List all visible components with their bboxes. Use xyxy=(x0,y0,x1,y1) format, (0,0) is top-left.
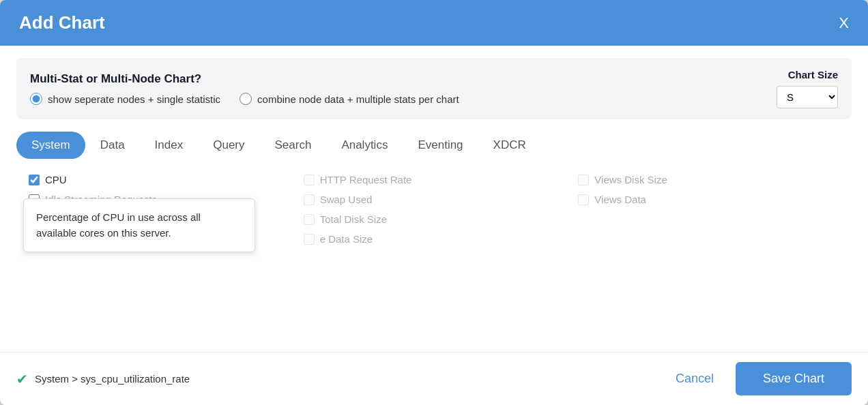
metric-swap-used-label: Swap Used xyxy=(320,194,373,205)
modal-footer: ✔ System > sys_cpu_utilization_rate Canc… xyxy=(0,352,868,405)
chart-size-section: Chart Size S M L XL xyxy=(777,69,838,108)
radio-separate-label: show seperate nodes + single statistic xyxy=(48,93,220,105)
metric-active-data-size[interactable]: e Data Size xyxy=(297,229,572,249)
metrics-col3: Views Disk Size Views Data xyxy=(571,170,846,249)
add-chart-modal: Add Chart X Multi-Stat or Multi-Node Cha… xyxy=(0,0,868,405)
modal-header: Add Chart X xyxy=(0,0,868,46)
metric-total-disk-size-checkbox[interactable] xyxy=(304,214,315,225)
metric-total-disk-size[interactable]: Total Disk Size xyxy=(297,209,572,229)
metric-active-data-size-checkbox[interactable] xyxy=(304,234,315,245)
metric-views-data-label: Views Data xyxy=(594,194,646,205)
metric-views-data-checkbox[interactable] xyxy=(578,194,589,205)
radio-separate[interactable]: show seperate nodes + single statistic xyxy=(30,93,220,105)
metric-views-disk-size-label: Views Disk Size xyxy=(594,174,667,185)
metric-cpu-checkbox[interactable] xyxy=(29,175,40,185)
tab-eventing[interactable]: Eventing xyxy=(403,132,478,159)
tab-data[interactable]: Data xyxy=(85,132,140,159)
metric-cpu-label: CPU xyxy=(45,174,67,185)
chart-size-select[interactable]: S M L XL xyxy=(777,86,838,108)
radio-separate-input[interactable] xyxy=(30,93,42,105)
metric-views-data[interactable]: Views Data xyxy=(571,190,846,209)
radio-combine-label: combine node data + multiple stats per c… xyxy=(257,93,459,105)
tab-query[interactable]: Query xyxy=(198,132,259,159)
metric-http-request-rate-checkbox[interactable] xyxy=(304,175,315,185)
metric-http-request-rate[interactable]: HTTP Request Rate xyxy=(297,170,572,190)
status-text: System > sys_cpu_utilization_rate xyxy=(35,373,190,385)
metric-swap-used-checkbox[interactable] xyxy=(304,194,315,205)
cancel-button[interactable]: Cancel xyxy=(665,366,725,391)
chart-type-section: Multi-Stat or Multi-Node Chart? show sep… xyxy=(16,58,852,119)
metrics-col2: HTTP Request Rate Swap Used Total Disk S… xyxy=(297,170,572,249)
modal-title: Add Chart xyxy=(19,12,105,33)
content-area: CPU Idle Streaming Requests HTTP Request… xyxy=(16,159,852,352)
cpu-tooltip: Percentage of CPU in use across all avai… xyxy=(23,198,255,252)
metric-http-request-rate-label: HTTP Request Rate xyxy=(320,174,412,185)
metric-total-disk-size-label: Total Disk Size xyxy=(320,213,387,225)
status-check-icon: ✔ xyxy=(16,371,28,387)
footer-status: ✔ System > sys_cpu_utilization_rate xyxy=(16,371,190,387)
tab-analytics[interactable]: Analytics xyxy=(326,132,403,159)
radio-group: show seperate nodes + single statistic c… xyxy=(30,93,459,105)
tab-xdcr[interactable]: XDCR xyxy=(478,132,541,159)
chart-type-left: Multi-Stat or Multi-Node Chart? show sep… xyxy=(30,72,459,105)
chart-size-label: Chart Size xyxy=(788,69,838,80)
save-chart-button[interactable]: Save Chart xyxy=(736,362,852,395)
cpu-tooltip-text: Percentage of CPU in use across all avai… xyxy=(36,211,201,239)
tab-search[interactable]: Search xyxy=(260,132,327,159)
metric-swap-used[interactable]: Swap Used xyxy=(297,190,572,209)
modal-body: Multi-Stat or Multi-Node Chart? show sep… xyxy=(0,46,868,352)
metric-cpu[interactable]: CPU xyxy=(22,170,297,190)
tab-index[interactable]: Index xyxy=(140,132,199,159)
metric-active-data-size-label: e Data Size xyxy=(320,233,373,245)
chart-type-title: Multi-Stat or Multi-Node Chart? xyxy=(30,72,459,86)
radio-combine-input[interactable] xyxy=(240,93,252,105)
metric-views-disk-size-checkbox[interactable] xyxy=(578,175,589,185)
modal-close-button[interactable]: X xyxy=(839,16,849,31)
tab-system[interactable]: System xyxy=(16,132,85,159)
tabs: System Data Index Query Search Analytics… xyxy=(16,132,852,159)
footer-actions: Cancel Save Chart xyxy=(665,362,852,395)
metric-views-disk-size[interactable]: Views Disk Size xyxy=(571,170,846,190)
radio-combine[interactable]: combine node data + multiple stats per c… xyxy=(240,93,459,105)
